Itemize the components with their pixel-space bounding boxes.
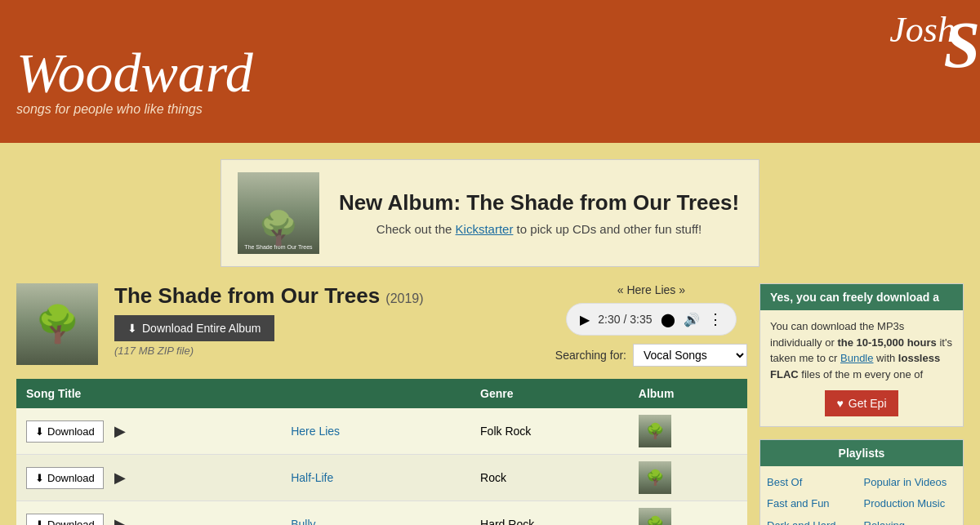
play-here-lies-button[interactable]: ▶ xyxy=(110,422,130,440)
album-cover: 🌳 xyxy=(16,283,98,365)
volume-icon[interactable]: 🔊 xyxy=(684,312,700,327)
download-half-life-button[interactable]: ⬇ Download xyxy=(26,467,104,489)
download-bully-button[interactable]: ⬇ Download xyxy=(26,514,104,526)
bundle-body: You can download the MP3s individually o… xyxy=(770,318,953,382)
album-info: 🌳 The Shade from Our Trees (2019) ⬇ Down… xyxy=(16,283,747,367)
promo-text: New Album: The Shade from Our Trees! Che… xyxy=(336,190,742,236)
player-time: 2:30 / 3:35 xyxy=(598,313,652,326)
song-row-1-actions: ⬇ Download ▶ xyxy=(16,408,281,455)
album-title: The Shade from Our Trees (2019) xyxy=(114,283,539,309)
song-title-cell: Here Lies xyxy=(281,408,428,455)
heart-icon: ♥ xyxy=(836,397,843,410)
table-header: Song Title Genre Album xyxy=(16,379,747,408)
spacer xyxy=(428,455,470,501)
more-options-icon[interactable]: ⋮ xyxy=(708,310,723,328)
table-row: ⬇ Download ▶ Bully Hard Rock 🌳 xyxy=(16,501,747,526)
spacer xyxy=(428,408,470,455)
player-section: « Here Lies » ▶ 2:30 / 3:35 ⬤ 🔊 ⋮ Search… xyxy=(555,283,747,367)
download-here-lies-button[interactable]: ⬇ Download xyxy=(26,420,104,443)
playlists-grid: Best Of Popular in Videos Fast and Fun P… xyxy=(760,466,963,525)
now-playing-label: « Here Lies » xyxy=(555,283,747,296)
genre-cell: Folk Rock xyxy=(470,408,629,455)
col-header-album: Album xyxy=(629,379,747,408)
spacer xyxy=(428,501,470,526)
promo-banner: 🌳 The Shade from Our Trees New Album: Th… xyxy=(220,159,760,267)
download-icon: ⬇ xyxy=(35,518,44,526)
song-row-3-actions: ⬇ Download ▶ xyxy=(16,501,281,526)
half-life-link[interactable]: Half-Life xyxy=(291,471,333,484)
playlist-fast-and-fun[interactable]: Fast and Fun xyxy=(767,494,860,513)
logo-woodward: Woodward xyxy=(16,48,964,98)
download-album-button[interactable]: ⬇ Download Entire Album xyxy=(114,315,274,341)
searching-label: Searching for: xyxy=(555,349,626,362)
song-row-2-actions: ⬇ Download ▶ xyxy=(16,455,281,501)
playlist-dark-and-hard[interactable]: Dark and Hard xyxy=(767,516,860,525)
album-thumb-small: 🌳 xyxy=(639,508,671,525)
album-details: The Shade from Our Trees (2019) ⬇ Downlo… xyxy=(114,283,539,357)
playlists-header: Playlists xyxy=(760,440,963,466)
tagline: songs for people who like things xyxy=(16,102,964,117)
zip-note: (117 MB ZIP file) xyxy=(114,345,539,357)
bully-link[interactable]: Bully xyxy=(291,518,315,525)
bundle-header: Yes, you can freely download a xyxy=(760,284,963,310)
album-tree-icon: 🌳 xyxy=(35,303,80,345)
player-controls: ▶ 2:30 / 3:35 ⬤ 🔊 ⋮ xyxy=(566,303,736,336)
download-icon: ⬇ xyxy=(127,322,137,335)
logo[interactable]: Josh Woodward xyxy=(16,12,964,98)
epic-bundle-button[interactable]: ♥ Get Epi xyxy=(825,390,898,416)
album-thumb-cell: 🌳 xyxy=(629,501,747,526)
genre-cell: Rock xyxy=(470,455,629,501)
promo-title: New Album: The Shade from Our Trees! xyxy=(336,190,742,216)
col-header-song-title: Song Title xyxy=(16,379,470,408)
playlist-popular-in-videos[interactable]: Popular in Videos xyxy=(864,473,957,492)
promo-body: Check out the Kickstarter to pick up CDs… xyxy=(336,222,742,236)
song-table: Song Title Genre Album ⬇ Download ▶ xyxy=(16,379,747,525)
song-title-cell: Half-Life xyxy=(281,455,428,501)
right-sidebar: Yes, you can freely download a You can d… xyxy=(760,283,964,525)
playlist-production-music[interactable]: Production Music xyxy=(864,494,957,513)
table-row: ⬇ Download ▶ Here Lies Folk Rock 🌳 xyxy=(16,408,747,455)
song-list: ⬇ Download ▶ Here Lies Folk Rock 🌳 xyxy=(16,408,747,525)
center-section: 🌳 The Shade from Our Trees (2019) ⬇ Down… xyxy=(16,283,747,525)
here-lies-link[interactable]: Here Lies xyxy=(291,425,340,438)
site-header: Josh Woodward songs for people who like … xyxy=(0,0,980,143)
col-header-genre: Genre xyxy=(470,379,629,408)
download-icon: ⬇ xyxy=(35,472,44,484)
playlists-section: Playlists Best Of Popular in Videos Fast… xyxy=(760,439,964,525)
tree-icon: 🌳 xyxy=(258,211,299,244)
album-thumb-small: 🌳 xyxy=(639,461,671,494)
playlist-best-of[interactable]: Best Of xyxy=(767,473,860,492)
play-bully-button[interactable]: ▶ xyxy=(110,515,130,525)
bundle-link[interactable]: Bundle xyxy=(840,352,873,364)
play-half-life-button[interactable]: ▶ xyxy=(110,469,130,487)
corner-letter: S xyxy=(944,8,981,82)
promo-album-thumb: 🌳 The Shade from Our Trees xyxy=(238,172,319,254)
download-icon: ⬇ xyxy=(35,425,44,438)
epic-bundle: Yes, you can freely download a You can d… xyxy=(760,283,964,427)
search-row: Searching for: Vocal Songs All Songs Ins… xyxy=(555,344,747,367)
main-content: 🌳 The Shade from Our Trees (2019) ⬇ Down… xyxy=(0,283,980,525)
kickstarter-link[interactable]: Kickstarter xyxy=(456,222,514,236)
song-title-cell: Bully xyxy=(281,501,428,526)
genre-cell: Hard Rock xyxy=(470,501,629,526)
album-thumb-cell: 🌳 xyxy=(629,455,747,501)
album-thumb-cell: 🌳 xyxy=(629,408,747,455)
table-row: ⬇ Download ▶ Half-Life Rock 🌳 xyxy=(16,455,747,501)
bullet-icon: ⬤ xyxy=(661,312,675,327)
search-select[interactable]: Vocal Songs All Songs Instrumental xyxy=(633,344,747,367)
play-button[interactable]: ▶ xyxy=(580,312,590,327)
playlist-relaxing[interactable]: Relaxing xyxy=(864,516,957,525)
album-thumb-small: 🌳 xyxy=(639,415,671,447)
